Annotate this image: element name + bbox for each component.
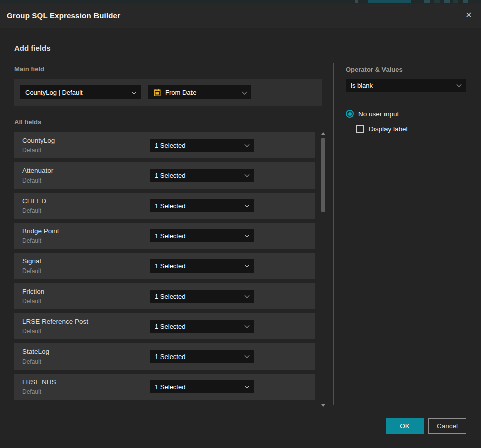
chevron-down-icon: [245, 293, 250, 298]
dialog-header: Group SQL Expression Builder ✕: [0, 4, 481, 28]
scrollbar-up-arrow-icon[interactable]: [321, 132, 325, 135]
field-name: LRSE NHS: [22, 378, 56, 386]
main-field-source-select[interactable]: CountyLog | Default: [20, 85, 141, 99]
scrollbar-thumb[interactable]: [321, 138, 325, 212]
field-selected-dropdown[interactable]: 1 Selected: [150, 229, 254, 242]
field-row: CLIFED Default 1 Selected: [14, 193, 315, 219]
field-sublabel: Default: [22, 358, 41, 365]
dialog-title: Group SQL Expression Builder: [7, 11, 120, 20]
field-row: Friction Default 1 Selected: [14, 283, 315, 309]
no-user-input-radio[interactable]: No user input: [346, 110, 399, 118]
field-selected-dropdown[interactable]: 1 Selected: [150, 139, 254, 152]
add-fields-heading: Add fields: [14, 44, 51, 52]
display-label-text: Display label: [369, 125, 408, 133]
field-selected-value: 1 Selected: [155, 142, 185, 149]
field-row: Signal Default 1 Selected: [14, 253, 315, 279]
operator-values-label: Operator & Values: [346, 66, 403, 73]
main-field-field-value: From Date: [165, 88, 196, 96]
all-fields-label: All fields: [14, 118, 41, 126]
field-name: StateLog: [22, 348, 49, 355]
no-user-input-label: No user input: [358, 110, 399, 118]
main-field-source-value: CountyLog | Default: [25, 88, 83, 96]
field-selected-dropdown[interactable]: 1 Selected: [150, 350, 254, 363]
field-sublabel: Default: [22, 147, 41, 154]
chevron-down-icon: [245, 353, 250, 359]
field-sublabel: Default: [22, 328, 41, 335]
panel-divider: [333, 63, 334, 405]
field-row: LRSE NHS Default 1 Selected: [14, 374, 315, 400]
main-field-panel: CountyLog | Default From Date: [14, 79, 322, 106]
scrollbar-down-arrow-icon[interactable]: [321, 404, 325, 407]
field-selected-dropdown[interactable]: 1 Selected: [150, 380, 254, 393]
chevron-down-icon: [245, 233, 250, 238]
operator-select-value: is blank: [351, 82, 373, 89]
chevron-down-icon: [245, 263, 250, 268]
field-name: Attenuator: [22, 167, 53, 174]
field-selected-dropdown[interactable]: 1 Selected: [150, 259, 254, 273]
chevron-down-icon: [245, 172, 250, 177]
field-selected-value: 1 Selected: [155, 232, 185, 240]
operator-select[interactable]: is blank: [346, 79, 466, 92]
chevron-down-icon: [245, 203, 250, 208]
cancel-button[interactable]: Cancel: [428, 418, 466, 434]
chevron-down-icon: [245, 384, 250, 389]
chevron-down-icon: [457, 82, 462, 87]
field-selected-value: 1 Selected: [155, 172, 185, 180]
field-name: CountyLog: [22, 137, 55, 144]
background-fragment: [434, 0, 440, 3]
background-fragment: [424, 0, 430, 3]
main-field-label: Main field: [14, 65, 44, 73]
main-field-field-select[interactable]: From Date: [148, 85, 251, 99]
chevron-down-icon: [245, 323, 250, 328]
chevron-down-icon: [242, 89, 247, 94]
field-sublabel: Default: [22, 177, 41, 184]
field-selected-value: 1 Selected: [155, 262, 185, 270]
field-row: CountyLog Default 1 Selected: [14, 132, 315, 158]
field-name: CLIFED: [22, 197, 46, 205]
field-selected-dropdown[interactable]: 1 Selected: [150, 320, 254, 333]
field-selected-value: 1 Selected: [155, 293, 185, 300]
field-name: LRSE Reference Post: [22, 318, 88, 325]
field-selected-dropdown[interactable]: 1 Selected: [150, 169, 254, 182]
background-fragment: [368, 0, 411, 3]
radio-selected-icon: [346, 110, 354, 118]
field-selected-value: 1 Selected: [155, 383, 185, 391]
chevron-down-icon: [132, 89, 137, 94]
field-name: Signal: [22, 257, 41, 265]
field-sublabel: Default: [22, 298, 41, 305]
field-selected-dropdown[interactable]: 1 Selected: [150, 199, 254, 212]
field-selected-dropdown[interactable]: 1 Selected: [150, 290, 254, 303]
field-name: Friction: [22, 288, 44, 295]
field-row: LRSE Reference Post Default 1 Selected: [14, 313, 315, 339]
field-selected-value: 1 Selected: [155, 202, 185, 210]
chevron-down-icon: [245, 142, 250, 147]
background-fragment: [463, 0, 468, 3]
background-app-strip: [0, 0, 481, 4]
checkbox-unchecked-icon: [356, 125, 364, 133]
list-scrollbar[interactable]: [320, 132, 327, 407]
field-row: StateLog Default 1 Selected: [14, 343, 315, 370]
display-label-checkbox[interactable]: Display label: [356, 125, 408, 133]
field-sublabel: Default: [22, 388, 41, 395]
calendar-icon: [153, 88, 161, 97]
field-sublabel: Default: [22, 267, 41, 275]
background-fragment: [453, 0, 458, 3]
background-fragment: [355, 0, 358, 3]
background-fragment: [444, 0, 450, 3]
field-sublabel: Default: [22, 207, 41, 214]
group-sql-expression-builder-dialog: Group SQL Expression Builder ✕ Add field…: [0, 4, 481, 448]
field-selected-value: 1 Selected: [155, 323, 185, 330]
field-row: Attenuator Default 1 Selected: [14, 162, 315, 189]
field-row: Bridge Point Default 1 Selected: [14, 223, 315, 249]
close-icon[interactable]: ✕: [463, 10, 474, 21]
field-name: Bridge Point: [22, 227, 59, 235]
ok-button[interactable]: OK: [386, 418, 424, 434]
field-selected-value: 1 Selected: [155, 353, 185, 361]
field-sublabel: Default: [22, 237, 41, 244]
